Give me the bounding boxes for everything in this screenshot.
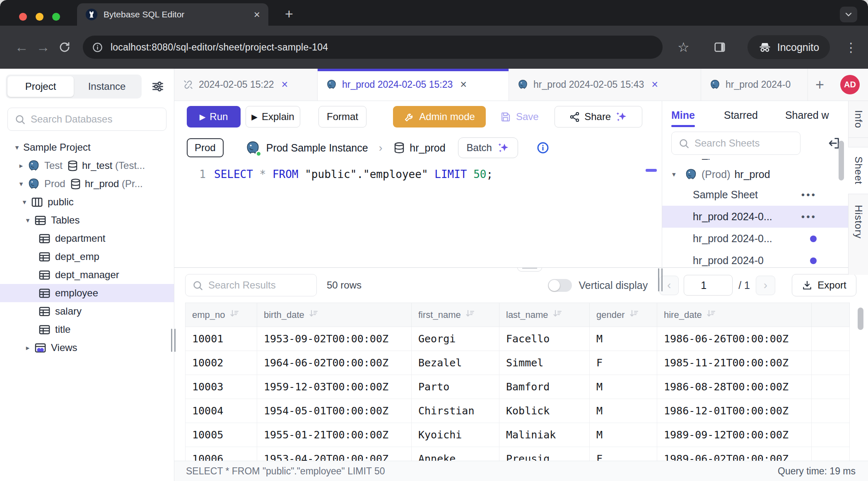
- cell[interactable]: 10004: [186, 399, 257, 423]
- code-editor[interactable]: 1 SELECT * FROM "public"."employee" LIMI…: [174, 163, 662, 180]
- tab-shared[interactable]: Shared w: [785, 109, 829, 127]
- tree-item-employee[interactable]: employee: [0, 284, 174, 302]
- cell[interactable]: 10001: [186, 327, 257, 351]
- tree-item-hr-test[interactable]: ▸Testhr_test (Test...: [0, 156, 174, 175]
- export-button[interactable]: Export: [792, 274, 856, 296]
- sort-icon[interactable]: [229, 309, 239, 321]
- sort-icon[interactable]: [309, 309, 318, 321]
- column-header-birth_date[interactable]: birth_date: [257, 303, 412, 327]
- cell[interactable]: M: [590, 375, 657, 399]
- instance-name[interactable]: Prod Sample Instance: [266, 142, 368, 154]
- close-tab-icon[interactable]: ×: [282, 79, 288, 90]
- cell[interactable]: 1964-06-02T00:00:00Z: [257, 351, 412, 375]
- database-search[interactable]: [7, 108, 166, 131]
- minimize-window-button[interactable]: [36, 13, 43, 21]
- sheet-menu-icon[interactable]: •••: [801, 211, 817, 223]
- tree-item-department[interactable]: department: [0, 229, 174, 248]
- save-button[interactable]: Save: [500, 106, 539, 127]
- rail-tab-info[interactable]: Info: [849, 101, 868, 138]
- cell[interactable]: 1986-12-01T00:00:00Z: [657, 399, 812, 423]
- explain-button[interactable]: ▶ Explain: [246, 106, 300, 127]
- editor-tab-4[interactable]: hr_prod 2024-0: [701, 69, 808, 101]
- column-header-first_name[interactable]: first_name: [412, 303, 499, 327]
- cell[interactable]: Preusig: [499, 447, 590, 461]
- cell[interactable]: Simmel: [499, 351, 590, 375]
- cell[interactable]: 1986-06-26T00:00:00Z: [657, 327, 812, 351]
- sidebar-resize-handle[interactable]: [171, 329, 176, 352]
- tree-item-views[interactable]: ▸Views: [0, 339, 174, 357]
- sort-icon[interactable]: [465, 309, 475, 321]
- cell[interactable]: 1986-08-28T00:00:00Z: [657, 375, 812, 399]
- cell[interactable]: 10006: [186, 447, 257, 461]
- tab-starred[interactable]: Starred: [724, 109, 758, 127]
- cell[interactable]: Chirstian: [412, 399, 499, 423]
- clipped-sheet-item[interactable]: hr_prod 2024-0...: [662, 159, 848, 165]
- tree-item-dept-manager[interactable]: dept_manager: [0, 266, 174, 284]
- cell[interactable]: 1989-09-12T00:00:00Z: [657, 423, 812, 447]
- cell[interactable]: Georgi: [412, 327, 499, 351]
- search-results-input[interactable]: [208, 279, 310, 291]
- cell[interactable]: M: [590, 423, 657, 447]
- browser-tab[interactable]: Bytebase SQL Editor ×: [77, 3, 268, 26]
- sheet-search[interactable]: [671, 132, 800, 155]
- forward-icon[interactable]: →: [32, 39, 54, 55]
- cell[interactable]: 10005: [186, 423, 257, 447]
- cell[interactable]: Bezalel: [412, 351, 499, 375]
- column-header-emp_no[interactable]: emp_no: [186, 303, 257, 327]
- sheet-list-scrollbar[interactable]: [839, 141, 844, 180]
- tree-item-sample-project[interactable]: ▾Sample Project: [0, 138, 174, 156]
- next-page-button[interactable]: ›: [756, 276, 775, 295]
- cell[interactable]: 10002: [186, 351, 257, 375]
- column-header-hire_date[interactable]: hire_date: [657, 303, 812, 327]
- tab-project[interactable]: Project: [7, 76, 74, 97]
- url-bar[interactable]: localhost:8080/sql-editor/sheet/project-…: [83, 36, 663, 59]
- vertical-display-toggle[interactable]: [548, 279, 572, 292]
- cell[interactable]: 1954-05-01T00:00:00Z: [257, 399, 412, 423]
- sort-icon[interactable]: [552, 309, 562, 321]
- tree-item-salary[interactable]: salary: [0, 302, 174, 320]
- close-window-button[interactable]: [19, 13, 27, 21]
- column-header-last_name[interactable]: last_name: [499, 303, 590, 327]
- avatar[interactable]: AD: [840, 75, 860, 94]
- results-search[interactable]: [185, 274, 317, 296]
- rail-tab-sheet[interactable]: Sheet: [848, 147, 868, 194]
- tree-item-hr-prod[interactable]: ▾Prodhr_prod (Pr...: [0, 175, 174, 193]
- new-sheet-tab-button[interactable]: +: [815, 77, 824, 92]
- close-tab-icon[interactable]: ×: [651, 79, 658, 90]
- cell[interactable]: Facello: [499, 327, 590, 351]
- cell[interactable]: M: [590, 399, 657, 423]
- cell[interactable]: 1953-09-02T00:00:00Z: [257, 327, 412, 351]
- tab-list-chevron-button[interactable]: [840, 7, 857, 22]
- sheet-item-1[interactable]: Sample Sheet•••: [662, 184, 848, 206]
- cell[interactable]: 1959-12-03T00:00:00Z: [257, 375, 412, 399]
- search-databases-input[interactable]: [31, 113, 159, 125]
- cell[interactable]: 1953-04-20T00:00:00Z: [257, 447, 412, 461]
- filter-settings-icon[interactable]: [151, 79, 165, 94]
- results-scrollbar[interactable]: [858, 308, 863, 330]
- cell[interactable]: 1989-06-02T00:00:00Z: [657, 447, 812, 461]
- sheet-item-3[interactable]: hr_prod 2024-0...: [662, 228, 848, 250]
- sort-icon[interactable]: [629, 309, 639, 321]
- browser-menu-icon[interactable]: ⋮: [845, 40, 857, 55]
- tab-instance[interactable]: Instance: [74, 81, 140, 92]
- cell[interactable]: 1955-01-21T00:00:00Z: [257, 423, 412, 447]
- cell[interactable]: Bamford: [499, 375, 590, 399]
- column-header-gender[interactable]: gender: [590, 303, 657, 327]
- format-button[interactable]: Format: [318, 106, 366, 127]
- cell[interactable]: M: [590, 327, 657, 351]
- search-sheets-input[interactable]: [694, 137, 793, 149]
- editor-tab-1[interactable]: 2024-02-05 15:22×: [174, 69, 318, 101]
- results-resize-handle[interactable]: [517, 267, 542, 272]
- tab-mine[interactable]: Mine: [671, 109, 695, 127]
- sort-icon[interactable]: [706, 309, 716, 321]
- back-icon[interactable]: ←: [11, 39, 32, 55]
- page-number-input[interactable]: [684, 275, 733, 296]
- maximize-window-button[interactable]: [52, 13, 60, 21]
- run-button[interactable]: ▶ Run: [187, 106, 241, 127]
- close-tab-icon[interactable]: ×: [460, 79, 467, 90]
- info-icon[interactable]: [536, 141, 550, 154]
- reload-icon[interactable]: [54, 41, 75, 53]
- cell[interactable]: Kyoichi: [412, 423, 499, 447]
- tree-item-tables[interactable]: ▾Tables: [0, 211, 174, 229]
- share-button[interactable]: Share: [555, 106, 642, 127]
